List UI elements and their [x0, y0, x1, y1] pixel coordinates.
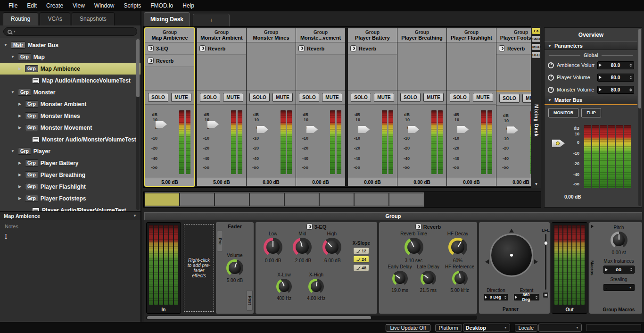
flip-button[interactable]: FLIP [581, 108, 601, 117]
strip-effects[interactable]: Reverb [197, 42, 246, 91]
panner-dial[interactable] [490, 233, 533, 277]
expand-arrow-icon[interactable]: ▼ [10, 55, 16, 59]
notes-area[interactable]: Notes I [0, 220, 140, 321]
rail-button-fx[interactable]: FX [532, 27, 541, 34]
strip-effects[interactable]: Reverb [296, 42, 345, 91]
mixer-strip-map-ambience[interactable]: GroupMap Ambience3-EQReverbSOLOMUTEdB100… [145, 28, 194, 186]
master-bus-section-header[interactable]: ▼ Master Bus [545, 96, 637, 104]
pan-link-icon[interactable] [543, 292, 549, 298]
reverb-time-knob[interactable] [405, 238, 423, 257]
xslope-24-button[interactable]: 24 [353, 256, 369, 263]
fader-handle[interactable] [408, 126, 419, 133]
spinner-arrows-icon[interactable] [629, 76, 632, 79]
parameter-row-ambience-volume[interactable]: Ambience Volume80.0 [545, 59, 637, 71]
xslope-48-button[interactable]: 48 [353, 264, 369, 271]
solo-button[interactable]: SOLO [299, 93, 319, 102]
strip-fader[interactable]: dB100-10-20-40-oo [247, 105, 296, 178]
spinner-arrows-icon[interactable] [535, 296, 538, 299]
tree-item-map-audio-ambiencevolumetest[interactable]: Map Audio/AmbienceVolumeTest [0, 75, 140, 86]
lfe-slider-handle[interactable] [544, 241, 548, 245]
spinner-arrows-icon[interactable] [504, 296, 507, 299]
solo-button[interactable]: SOLO [351, 93, 371, 102]
strip-effects[interactable]: Reverb [348, 42, 397, 91]
expand-arrow-icon[interactable]: ▼ [10, 90, 16, 94]
spinner-arrows-icon[interactable] [630, 268, 633, 271]
collapse-arrow-icon[interactable]: ▶ [17, 184, 23, 189]
new-tab-button[interactable]: + [193, 14, 230, 26]
eq-high-knob[interactable] [322, 238, 341, 257]
mixer-strip-player-breathing[interactable]: GroupPlayer BreathingSOLOMUTEdB100-10-20… [397, 28, 446, 186]
master-fader[interactable]: dB100-10-20-40-oo [548, 121, 634, 192]
collapse-arrow-icon[interactable]: ▶ [17, 125, 23, 130]
stealing-dropdown[interactable]: - ▼ [603, 284, 635, 291]
solo-button[interactable]: SOLO [499, 94, 520, 103]
mixing-desk-rail-label[interactable]: Mixing Desk [534, 104, 539, 137]
effect-item-3-eq[interactable]: 3-EQ [145, 42, 194, 55]
search-options-caret-icon[interactable]: ▾ [14, 30, 16, 33]
collapse-caret-icon[interactable]: ▼ [133, 214, 137, 218]
tree-item-monster-audio-monstervolumetest[interactable]: Monster Audio/MonsterVolumeTest [0, 133, 140, 145]
max-instances-field[interactable]: oo [603, 266, 635, 274]
rail-button-snd[interactable]: SND [532, 35, 541, 42]
mute-button[interactable]: MUTE [171, 93, 191, 102]
solo-button[interactable]: SOLO [400, 93, 421, 102]
tab-routing[interactable]: Routing [3, 12, 38, 25]
solo-button[interactable]: SOLO [200, 93, 220, 102]
fader-handle[interactable] [507, 126, 518, 133]
collapse-arrow-icon[interactable]: ▶ [17, 114, 23, 118]
monitor-button[interactable]: MONITOR [548, 108, 578, 117]
pre-tab[interactable]: Pre [217, 231, 223, 251]
fader-handle[interactable] [457, 126, 469, 133]
tree-item-master-bus[interactable]: ▼MstrMaster Bus [0, 39, 140, 51]
extent-field[interactable]: 360 Deg [514, 294, 539, 300]
strip-header[interactable]: GroupMap Ambience [145, 28, 194, 42]
menu-scripts[interactable]: Scripts [119, 0, 146, 11]
strip-fader[interactable]: dB100-10-20-40-oo [348, 105, 397, 178]
parameter-value-box[interactable]: 80.0 [597, 74, 634, 82]
deck-scrollbar-thumb[interactable] [147, 316, 371, 319]
live-update-button[interactable]: Live Update Off [386, 324, 430, 332]
expand-arrow-icon[interactable]: ▼ [3, 43, 8, 47]
tree-item-monster-ambient[interactable]: ▶GrpMonster Ambient [0, 98, 140, 110]
strip-header[interactable]: GroupMonster Mines [247, 28, 296, 42]
strip-header[interactable]: GroupMonste...vement [296, 28, 345, 42]
menu-create[interactable]: Create [41, 0, 68, 11]
volume-knob[interactable] [226, 259, 243, 276]
eq-xhigh-knob[interactable] [308, 279, 324, 294]
tree-item-player-footsteps[interactable]: ▶GrpPlayer Footsteps [0, 192, 140, 204]
menu-help[interactable]: Help [178, 0, 199, 11]
strip-header[interactable]: GroupPlayer Flashlight [447, 28, 496, 42]
parameters-section-header[interactable]: ▼ Parameters [545, 42, 637, 50]
strip-effects[interactable]: 3-EQReverb [145, 42, 194, 91]
collapse-arrow-icon[interactable]: ▶ [17, 173, 23, 177]
strip-effects[interactable] [397, 42, 446, 91]
tree-item-map-ambience[interactable]: ▶GrpMap Ambience [0, 63, 140, 75]
menu-file[interactable]: File [4, 0, 22, 11]
effect-item-reverb[interactable]: Reverb [296, 42, 345, 55]
rail-collapse-icon[interactable]: ▼ [535, 182, 538, 186]
parameter-row-player-volume[interactable]: Player Volume80.0 [545, 71, 637, 83]
fader-handle[interactable] [306, 126, 318, 133]
collapse-arrow-icon[interactable]: ▶ [17, 161, 23, 165]
rail-button-out[interactable]: OUT [532, 51, 541, 58]
mute-button[interactable]: MUTE [374, 93, 394, 102]
direction-field[interactable]: 0 Deg [484, 294, 508, 300]
parameter-row-monster-volume[interactable]: Monster Volume80.0 [545, 83, 637, 96]
strip-fader[interactable]: dB100-10-20-40-oo [197, 105, 246, 178]
late-delay-knob[interactable] [421, 271, 436, 286]
search-input[interactable]: ▾ [3, 27, 137, 36]
overview-scrollbar[interactable] [638, 29, 641, 206]
strip-effects[interactable] [447, 42, 496, 91]
parameter-value-box[interactable]: 80.0 [597, 61, 634, 69]
menu-edit[interactable]: Edit [22, 0, 41, 11]
strip-fader[interactable]: dB100-10-20-40-oo [145, 105, 194, 178]
tree-item-player-battery[interactable]: ▶GrpPlayer Battery [0, 157, 140, 169]
eq-xlow-knob[interactable] [276, 279, 292, 294]
section-caret-icon[interactable]: ▼ [548, 44, 552, 48]
fader-handle[interactable] [358, 126, 370, 133]
expand-arrow-icon[interactable]: ▼ [10, 149, 16, 153]
effect-item-reverb[interactable]: Reverb [197, 42, 246, 55]
mixer-strip-monste-vement[interactable]: GroupMonste...vementReverbSOLOMUTEdB100-… [296, 28, 345, 186]
eq-mid-knob[interactable] [293, 238, 312, 257]
tree-scrollbar[interactable] [136, 39, 140, 210]
